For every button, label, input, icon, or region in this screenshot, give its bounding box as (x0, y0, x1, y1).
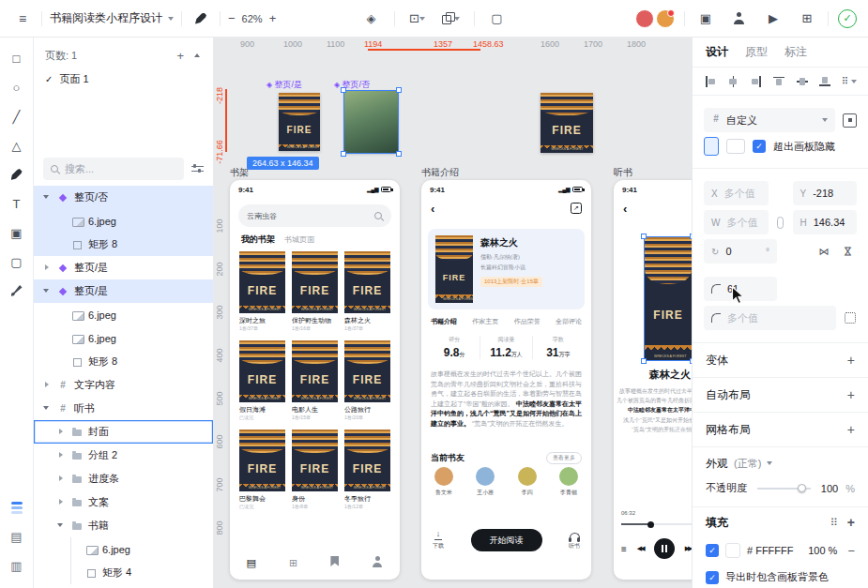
layer-row-整页/是[interactable]: 整页/是 (34, 279, 213, 303)
constrain-proportions-icon[interactable] (776, 217, 785, 229)
friend-item[interactable]: 鲁文米 (434, 467, 453, 497)
layer-row-6.jpeg[interactable]: 6.jpeg (34, 209, 213, 233)
line-tool[interactable]: ╱ (6, 105, 28, 128)
corner-radius-field[interactable]: 61 (704, 277, 777, 301)
artboard-bookintro[interactable]: 9:41 ▂▄▆ ‹ ↗ FIREWRECKS A FOREST 森林之火 儒勒… (421, 180, 591, 580)
brush-tool[interactable] (6, 279, 28, 302)
appearance-row[interactable]: 外观 (正常) (693, 447, 868, 479)
duplicate-icon[interactable] (440, 8, 463, 30)
book-item[interactable]: FIREWRECKS A FOREST保护野生动物1卷/16章 (292, 251, 338, 334)
tab-标注[interactable]: 标注 (784, 44, 807, 60)
layer-row-整页/是[interactable]: 整页/是 (34, 256, 213, 279)
menu-icon[interactable]: ≡ (11, 8, 34, 30)
rotation-field[interactable]: ↻ 0 ° (704, 239, 777, 264)
layer-row-书籍[interactable]: 书籍 (34, 514, 213, 537)
zoom-in-button[interactable]: + (269, 11, 277, 25)
start-reading-button[interactable]: 开始阅读 (471, 529, 542, 551)
friend-item[interactable]: 王小雅 (476, 467, 495, 497)
fill-opacity-value[interactable]: 100 % (808, 545, 837, 556)
zoom-level[interactable]: 62% (242, 13, 263, 24)
bookshelf-tab[interactable]: 我的书架 (241, 234, 275, 246)
collapse-pages-icon[interactable] (193, 52, 202, 60)
previous-track-icon[interactable]: ◀◀ (637, 545, 644, 552)
share-icon[interactable]: ↗ (571, 203, 582, 214)
polygon-tool[interactable]: △ (6, 134, 28, 157)
book-detail-tab[interactable]: 作品荣誉 (514, 317, 541, 326)
book-item[interactable]: FIREWRECKS A FOREST假日海滩已读完 (239, 340, 285, 423)
caret-down-icon[interactable] (43, 404, 52, 413)
fill-visible-checkbox[interactable] (706, 544, 719, 557)
frame-tool[interactable]: ▢ (6, 250, 28, 273)
layer-row-听书[interactable]: #听书 (34, 397, 213, 420)
layer-row-矩形 4[interactable]: 矩形 4 (34, 561, 213, 584)
book-item[interactable]: FIREWRECKS A FOREST电影人生1卷/15章 (292, 340, 338, 423)
listen-button[interactable]: 听书 (569, 531, 580, 550)
document-title[interactable]: 书籍阅读类小程序设计 (50, 10, 174, 26)
layer-row-分组 2[interactable]: 分组 2 (34, 444, 213, 467)
artboard-label-bookintro[interactable]: 书籍介绍 (421, 166, 459, 179)
pen-nib-icon[interactable] (190, 8, 212, 30)
friend-item[interactable]: 李四 (518, 467, 537, 497)
portrait-orientation-button[interactable] (704, 137, 719, 156)
listen-cover-selected[interactable]: FIREWRECKS A FOREST (645, 237, 692, 360)
component-thumb-fullpage-no[interactable] (344, 91, 398, 153)
bookmark-nav-icon[interactable] (330, 556, 339, 569)
layer-row-6.jpeg[interactable]: 6.jpeg (34, 326, 213, 350)
x-position-field[interactable]: X 多个值 (704, 181, 769, 205)
add-icon[interactable]: + (847, 422, 855, 437)
mixed-radius-field[interactable]: 多个值 (704, 306, 836, 330)
book-card[interactable]: FIREWRECKS A FOREST 森林之火 儒勒·凡尔纳(著) 长篇科幻冒… (428, 229, 585, 309)
y-position-field[interactable]: Y -218 (793, 181, 858, 205)
layer-search-input[interactable]: 搜索... (43, 158, 184, 180)
align-top-icon[interactable] (772, 75, 785, 88)
fill-color-swatch[interactable] (725, 543, 740, 558)
text-tool[interactable]: T (6, 192, 28, 215)
filter-icon[interactable] (191, 164, 204, 174)
independent-corners-icon[interactable] (844, 311, 857, 324)
layer-row-文字内容[interactable]: #文字内容 (34, 373, 213, 397)
caret-right-icon[interactable] (43, 381, 52, 389)
align-bottom-icon[interactable] (818, 75, 831, 88)
caret-down-icon[interactable] (57, 521, 66, 530)
component-thumb-fullpage-yes[interactable]: FIREWRECKS A FOREST (279, 93, 320, 151)
download-button[interactable]: ↓ 下载 (433, 530, 444, 550)
component-label[interactable]: 整页/是 (266, 79, 302, 91)
back-icon[interactable]: ‹ (623, 203, 627, 215)
frame-preset-select[interactable]: # 自定义 (704, 108, 835, 132)
component-icon[interactable]: ◈ (360, 8, 383, 30)
landscape-orientation-button[interactable] (726, 139, 745, 154)
artboard-label-listen[interactable]: 听书 (614, 166, 632, 179)
zoom-out-button[interactable]: − (228, 11, 236, 25)
selection-handle[interactable] (396, 151, 402, 157)
add-page-button[interactable]: + (176, 49, 184, 63)
slider-knob[interactable] (798, 484, 806, 492)
book-item[interactable]: FIREWRECKS A FOREST深时之旅1卷/37章 (239, 251, 285, 334)
caret-down-icon[interactable] (43, 287, 52, 295)
caret-right-icon[interactable] (57, 498, 66, 506)
book-search-bar[interactable]: 云南虫谷 (238, 204, 391, 227)
play-pause-button[interactable] (654, 538, 675, 559)
book-item[interactable]: FIREWRECKS A FOREST身份1卷/8章 (292, 430, 338, 512)
layer-row-矩形 8[interactable]: 矩形 8 (34, 350, 213, 373)
progress-bar[interactable] (621, 523, 692, 525)
playlist-icon[interactable]: ≡ (621, 544, 627, 554)
avatar[interactable] (656, 9, 675, 28)
layer-row-矩形 8[interactable]: 矩形 8 (34, 233, 213, 256)
layers-button[interactable] (6, 496, 28, 519)
caret-down-icon[interactable] (43, 193, 52, 202)
next-track-icon[interactable]: ▶▶ (685, 545, 692, 552)
invite-user-icon[interactable] (728, 8, 751, 30)
section-变体[interactable]: 变体+ (693, 343, 868, 378)
approved-check-icon[interactable]: ✓ (838, 9, 857, 28)
caret-right-icon[interactable] (57, 475, 66, 483)
book-item[interactable]: FIREWRECKS A FOREST冬季旅行1卷/12章 (344, 430, 390, 512)
apps-grid-icon[interactable]: ⊞ (796, 8, 818, 30)
remove-fill-button[interactable]: − (847, 544, 855, 558)
flip-horizontal-icon[interactable]: ⋈ (815, 243, 832, 260)
avatar[interactable] (635, 9, 654, 28)
book-detail-tab[interactable]: 书籍介绍 (431, 317, 457, 326)
book-item[interactable]: FIREWRECKS A FOREST巴黎舞会已读完 (239, 430, 285, 512)
clip-content-checkbox[interactable] (753, 140, 766, 153)
height-field[interactable]: H 146.34 (793, 210, 858, 234)
tab-原型[interactable]: 原型 (745, 44, 768, 60)
